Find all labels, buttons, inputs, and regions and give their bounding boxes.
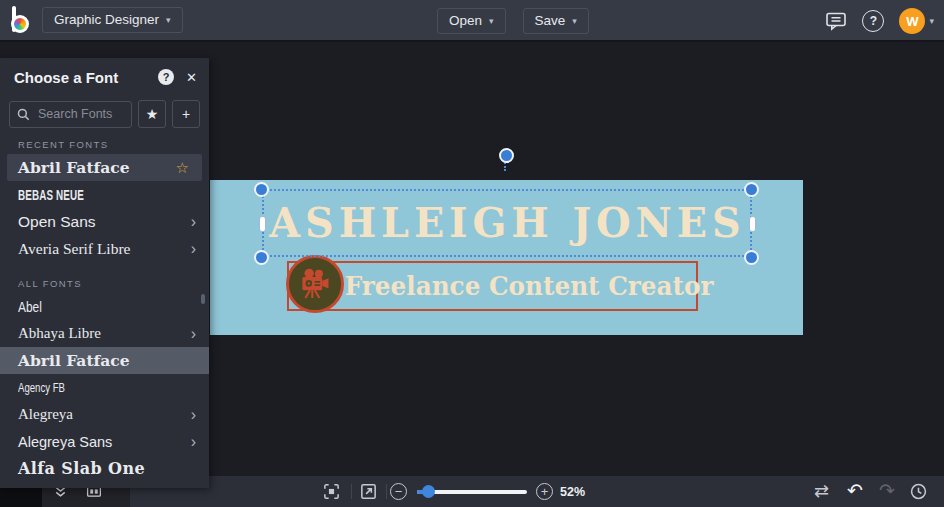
- search-icon: [17, 108, 30, 121]
- scrollbar-thumb[interactable]: [201, 294, 205, 304]
- panel-title: Choose a Font: [14, 69, 158, 86]
- chevron-down-icon: ▾: [929, 17, 934, 26]
- chevron-right-icon[interactable]: ›: [191, 214, 196, 230]
- divider: [386, 484, 387, 499]
- feedback-comment-icon[interactable]: [825, 11, 847, 31]
- font-item-abhaya-libre[interactable]: Abhaya Libre ›: [0, 320, 209, 347]
- font-item-abril-fatface[interactable]: Abril Fatface: [0, 347, 209, 374]
- zoom-slider-handle[interactable]: [422, 485, 435, 498]
- befunky-logo[interactable]: [9, 5, 36, 35]
- video-camera-icon: [297, 266, 333, 302]
- zoom-slider[interactable]: [417, 490, 527, 494]
- selection-handle-mid-left[interactable]: [259, 216, 266, 232]
- chevron-right-icon[interactable]: ›: [191, 434, 196, 450]
- top-bar: Graphic Designer ▾ Open ▾ Save ▾ ?: [0, 0, 944, 42]
- avatar: W: [899, 8, 925, 34]
- font-item-abel[interactable]: Abel: [0, 293, 209, 320]
- font-panel: Choose a Font ? ✕ ★ + RECENT FONTS Abril…: [0, 58, 209, 488]
- open-button[interactable]: Open ▾: [437, 8, 506, 34]
- undo-icon[interactable]: ↶: [847, 480, 863, 502]
- help-icon[interactable]: ?: [862, 10, 884, 32]
- font-item-bebas-neue[interactable]: Bebas Neue: [0, 181, 209, 208]
- zoom-in-button[interactable]: +: [536, 483, 553, 500]
- fit-to-screen-icon[interactable]: [322, 482, 341, 501]
- title-text: ASHLEIGH JONES: [269, 199, 745, 247]
- selection-handle-bottom-left[interactable]: [254, 250, 269, 265]
- logo-color-wheel-icon: [11, 15, 29, 33]
- panel-help-icon[interactable]: ?: [158, 69, 174, 85]
- rotation-handle[interactable]: [499, 148, 514, 163]
- search-input[interactable]: [36, 106, 124, 122]
- history-icon[interactable]: [909, 482, 928, 501]
- camera-badge[interactable]: [286, 255, 344, 313]
- selection-handle-top-left[interactable]: [254, 182, 269, 197]
- font-item-open-sans[interactable]: Open Sans ›: [0, 208, 209, 235]
- title-selection-box[interactable]: ASHLEIGH JONES: [262, 189, 752, 257]
- selection-handle-top-right[interactable]: [744, 182, 759, 197]
- subtitle-text-box[interactable]: Freelance Content Creator: [287, 261, 698, 311]
- open-label: Open: [449, 14, 482, 28]
- zoom-percentage: 52%: [560, 485, 585, 499]
- font-item-abril-fatface-recent[interactable]: Abril Fatface ☆: [7, 154, 202, 181]
- chevron-down-icon: ▾: [166, 16, 171, 25]
- add-font-button[interactable]: +: [172, 100, 200, 128]
- font-item-alfa-slab-one[interactable]: Alfa Slab One: [0, 455, 209, 482]
- star-icon[interactable]: ☆: [176, 160, 189, 175]
- design-banner[interactable]: Freelance Content Creator ASHLEIGH JONES: [210, 180, 803, 335]
- graphic-designer-app: Graphic Designer ▾ Open ▾ Save ▾ ?: [0, 0, 944, 507]
- chevron-right-icon[interactable]: ›: [191, 241, 196, 257]
- all-fonts-label: ALL FONTS: [0, 278, 209, 289]
- font-item-alegreya-sans[interactable]: Alegreya Sans ›: [0, 428, 209, 455]
- close-icon[interactable]: ✕: [186, 70, 197, 85]
- recent-fonts-label: RECENT FONTS: [0, 139, 209, 150]
- zoom-out-button[interactable]: −: [390, 483, 407, 500]
- top-bar-center: Open ▾ Save ▾: [437, 0, 589, 42]
- selection-handle-bottom-right[interactable]: [744, 250, 759, 265]
- save-button[interactable]: Save ▾: [523, 8, 589, 34]
- app-mode-label: Graphic Designer: [54, 13, 159, 27]
- subtitle-text: Freelance Content Creator: [345, 271, 714, 301]
- chevron-right-icon[interactable]: ›: [191, 326, 196, 342]
- favorite-fonts-button[interactable]: ★: [138, 100, 166, 128]
- font-item-alegreya[interactable]: Alegreya ›: [0, 401, 209, 428]
- compare-before-after-icon[interactable]: ⇄: [814, 480, 829, 502]
- save-label: Save: [535, 14, 566, 28]
- font-search-row: ★ +: [0, 100, 209, 128]
- chevron-down-icon: ▾: [572, 17, 577, 26]
- account-menu[interactable]: W ▾: [899, 8, 934, 34]
- font-item-agency-fb[interactable]: Agency FB: [0, 374, 209, 401]
- top-bar-right: ? W ▾: [825, 0, 934, 42]
- redo-icon[interactable]: ↷: [879, 480, 895, 502]
- search-box[interactable]: [9, 101, 132, 128]
- fullscreen-preview-icon[interactable]: [359, 482, 378, 501]
- chevron-down-icon: ▾: [489, 17, 494, 26]
- font-panel-header: Choose a Font ? ✕: [0, 58, 209, 96]
- font-item-averia-serif-libre[interactable]: Averia Serif Libre ›: [0, 235, 209, 262]
- selection-handle-mid-right[interactable]: [749, 216, 756, 232]
- app-mode-menu-button[interactable]: Graphic Designer ▾: [42, 7, 183, 33]
- divider: [351, 484, 352, 499]
- chevron-right-icon[interactable]: ›: [191, 407, 196, 423]
